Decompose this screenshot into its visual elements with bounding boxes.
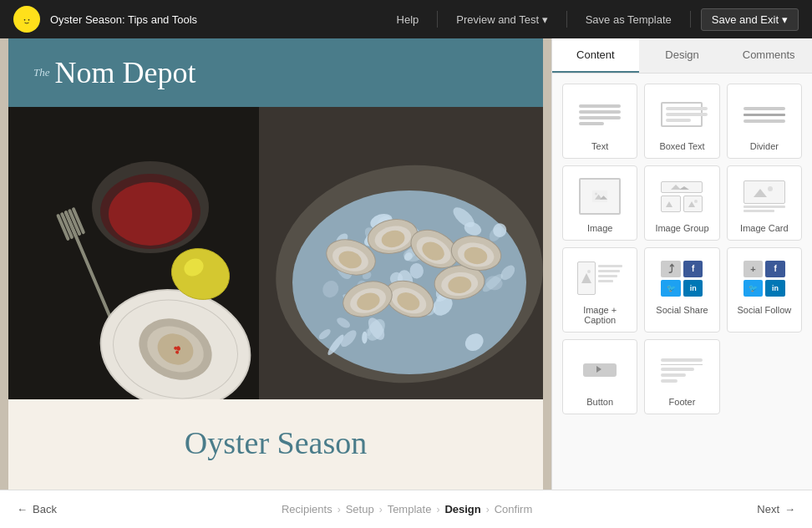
email-preview: The Nom Depot Oyster Season <box>0 38 551 490</box>
panel-tabs: Content Design Comments <box>552 38 812 74</box>
email-container: The Nom Depot Oyster Season <box>8 38 543 490</box>
mailchimp-logo <box>13 6 40 33</box>
svg-marker-9 <box>666 201 672 207</box>
top-navigation: Oyster Season: Tips and Tools Help Previ… <box>0 0 812 38</box>
save-template-button[interactable]: Save as Template <box>577 9 680 30</box>
content-block-text[interactable]: Text <box>562 84 637 159</box>
button-block-label: Button <box>586 397 613 407</box>
nav-divider-3 <box>690 11 691 28</box>
step-arrow-4: › <box>486 504 490 515</box>
image-group-block-label: Image Group <box>655 223 708 233</box>
bottom-bar: ← Back Recipients › Setup › Template › D… <box>0 490 812 528</box>
svg-marker-8 <box>679 186 689 190</box>
step-template: Template <box>388 503 432 515</box>
main-area: The Nom Depot Oyster Season Content Desi… <box>0 38 812 490</box>
step-recipients: Recipients <box>282 503 332 515</box>
content-block-button[interactable]: Button <box>562 339 637 414</box>
svg-point-15 <box>587 270 591 273</box>
social-share-block-label: Social Share <box>656 305 708 315</box>
svg-point-1 <box>24 19 26 21</box>
email-hero-image <box>8 107 543 399</box>
email-header-the: The <box>33 66 50 79</box>
nav-divider <box>437 11 438 28</box>
social-share-block-icon: ⤴ f 🐦 in <box>653 256 710 300</box>
content-block-boxed-text[interactable]: Boxed Text <box>644 84 719 159</box>
boxed-text-block-label: Boxed Text <box>659 141 704 151</box>
content-block-footer[interactable]: Footer <box>644 339 719 414</box>
nav-divider-2 <box>566 11 567 28</box>
content-block-divider[interactable]: Divider <box>727 84 802 159</box>
svg-point-6 <box>595 193 597 195</box>
tab-content[interactable]: Content <box>552 38 639 73</box>
next-button[interactable]: Next → <box>757 503 795 515</box>
step-arrow-2: › <box>379 504 383 515</box>
svg-marker-7 <box>671 185 681 190</box>
footer-block-icon <box>653 348 710 392</box>
image-card-block-icon <box>736 175 793 218</box>
content-block-image[interactable]: Image <box>562 165 637 241</box>
divider-block-icon <box>736 93 793 136</box>
tab-comments[interactable]: Comments <box>725 38 812 73</box>
email-header-title: Nom Depot <box>55 55 196 90</box>
content-block-social-share[interactable]: ⤴ f 🐦 in Social Share <box>644 247 719 333</box>
footer-block-label: Footer <box>669 397 696 407</box>
campaign-title: Oyster Season: Tips and Tools <box>50 13 388 26</box>
wizard-steps: Recipients › Setup › Template › Design ›… <box>57 503 757 515</box>
image-group-block-icon <box>653 175 710 218</box>
save-exit-button[interactable]: Save and Exit ▾ <box>701 8 799 31</box>
image-caption-block-icon <box>571 256 628 300</box>
tab-design[interactable]: Design <box>639 38 726 73</box>
text-block-icon <box>571 93 628 136</box>
back-button[interactable]: ← Back <box>17 503 57 515</box>
content-block-image-card[interactable]: Image Card <box>727 165 802 241</box>
step-setup: Setup <box>346 503 374 515</box>
content-block-social-follow[interactable]: + f 🐦 in Social Follow <box>727 247 802 333</box>
image-block-label: Image <box>587 223 613 233</box>
social-follow-block-label: Social Follow <box>737 305 791 315</box>
svg-marker-14 <box>581 273 591 283</box>
svg-marker-12 <box>754 189 767 197</box>
svg-point-2 <box>28 19 30 21</box>
divider-block-label: Divider <box>750 141 779 151</box>
svg-marker-10 <box>688 201 695 207</box>
step-confirm: Confirm <box>495 503 533 515</box>
step-arrow-1: › <box>337 504 341 515</box>
help-button[interactable]: Help <box>388 9 428 30</box>
social-follow-block-icon: + f 🐦 in <box>736 256 793 300</box>
email-body-title: Oyster Season <box>58 424 493 461</box>
content-blocks-grid: Text Boxed Text <box>552 74 812 424</box>
email-body-text: Oyster Season <box>8 399 543 486</box>
svg-marker-16 <box>596 366 601 373</box>
top-nav-actions: Help Preview and Test ▾ Save as Template… <box>388 8 799 31</box>
image-block-icon <box>571 175 628 218</box>
step-design: Design <box>444 503 480 515</box>
button-block-icon <box>571 348 628 392</box>
content-panel: Content Design Comments Text <box>551 38 812 490</box>
image-caption-block-label: Image + Caption <box>570 305 630 325</box>
image-card-block-label: Image Card <box>740 223 788 233</box>
svg-point-13 <box>768 186 773 191</box>
preview-test-button[interactable]: Preview and Test ▾ <box>448 9 556 30</box>
svg-point-11 <box>694 200 698 203</box>
step-arrow-3: › <box>436 504 439 515</box>
text-block-label: Text <box>591 141 608 151</box>
content-block-image-group[interactable]: Image Group <box>644 165 719 241</box>
boxed-text-block-icon <box>653 93 710 136</box>
email-header: The Nom Depot <box>8 38 543 107</box>
content-block-image-caption[interactable]: Image + Caption <box>562 247 637 333</box>
